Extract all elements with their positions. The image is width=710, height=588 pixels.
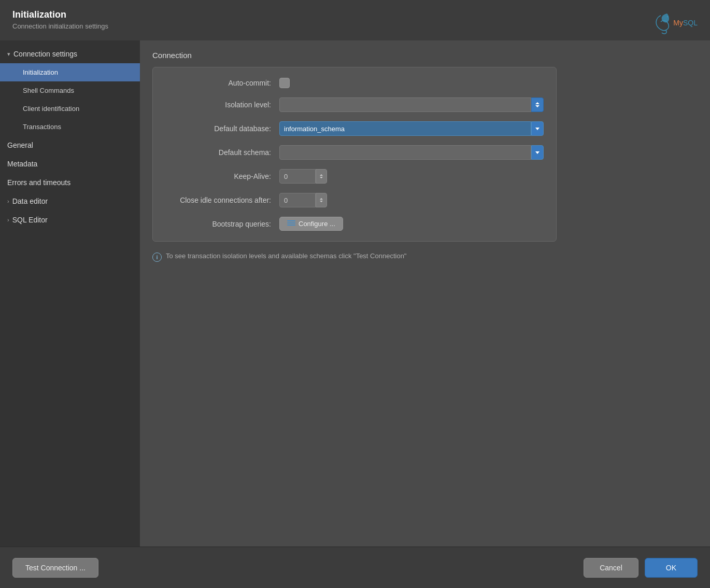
sidebar-item-label: General bbox=[7, 141, 33, 149]
close-idle-input[interactable] bbox=[279, 193, 316, 207]
close-idle-stepper-btn[interactable] bbox=[316, 193, 327, 207]
keep-alive-input[interactable] bbox=[279, 169, 316, 184]
sidebar-item-label: SQL Editor bbox=[12, 216, 48, 224]
sidebar-item-metadata[interactable]: Metadata bbox=[0, 155, 140, 173]
header: Initialization Connection initialization… bbox=[0, 0, 710, 40]
sidebar-item-errors-timeouts[interactable]: Errors and timeouts bbox=[0, 173, 140, 192]
main-area: ▾ Connection settings Initialization She… bbox=[0, 40, 710, 547]
config-line-2 bbox=[287, 222, 295, 223]
step-up-icon bbox=[320, 174, 323, 176]
keep-alive-stepper bbox=[279, 169, 327, 184]
sidebar-item-label: Metadata bbox=[7, 160, 37, 168]
dropdown-arrow-icon bbox=[535, 151, 539, 154]
info-icon: i bbox=[152, 253, 162, 262]
default-schema-label: Default schema: bbox=[165, 148, 279, 157]
sidebar-item-sql-editor[interactable]: › SQL Editor bbox=[0, 211, 140, 229]
sidebar-item-label: Initialization bbox=[23, 68, 58, 76]
content-area: Connection Auto-commit: Isolation level: bbox=[140, 40, 710, 547]
configure-btn-label: Configure ... bbox=[299, 220, 335, 228]
sidebar-item-initialization[interactable]: Initialization bbox=[0, 63, 140, 81]
section-title: Connection bbox=[152, 51, 698, 60]
connection-panel: Auto-commit: Isolation level: bbox=[152, 67, 557, 242]
header-left: Initialization Connection initialization… bbox=[12, 9, 108, 30]
default-schema-row: Default schema: bbox=[165, 145, 544, 160]
close-idle-label: Close idle connections after: bbox=[165, 196, 279, 204]
info-note-text: To see transaction isolation levels and … bbox=[166, 252, 406, 260]
default-database-label: Default database: bbox=[165, 124, 279, 133]
default-schema-select-wrapper bbox=[279, 145, 544, 160]
sidebar-item-label: Connection settings bbox=[13, 50, 77, 58]
step-down-icon bbox=[320, 177, 323, 178]
step-up-icon bbox=[320, 198, 323, 200]
sidebar-item-label: Transactions bbox=[23, 123, 61, 131]
autocommit-row: Auto-commit: bbox=[165, 78, 544, 88]
mysql-logo: MySQL bbox=[652, 11, 698, 34]
default-schema-input[interactable] bbox=[279, 145, 531, 160]
close-idle-row: Close idle connections after: bbox=[165, 193, 544, 207]
footer-right: Cancel OK bbox=[584, 558, 698, 578]
default-database-input[interactable] bbox=[279, 121, 531, 136]
keep-alive-stepper-btn[interactable] bbox=[316, 169, 327, 184]
info-note: i To see transaction isolation levels an… bbox=[152, 252, 557, 262]
sidebar-item-label: Shell Commands bbox=[23, 87, 74, 94]
config-line-3 bbox=[287, 225, 295, 226]
sidebar-item-shell-commands[interactable]: Shell Commands bbox=[0, 81, 140, 100]
bootstrap-queries-label: Bootstrap queries: bbox=[165, 220, 279, 228]
sidebar-item-connection-settings[interactable]: ▾ Connection settings bbox=[0, 45, 140, 63]
spinner-down-icon bbox=[535, 105, 539, 107]
page-title: Initialization bbox=[12, 9, 108, 20]
mysql-dolphin-icon bbox=[652, 11, 671, 34]
chevron-right-icon: › bbox=[7, 217, 9, 223]
chevron-right-icon: › bbox=[7, 198, 9, 204]
config-line-1 bbox=[287, 220, 295, 221]
autocommit-label: Auto-commit: bbox=[165, 79, 279, 87]
step-down-icon bbox=[320, 201, 323, 202]
chevron-down-icon: ▾ bbox=[7, 51, 10, 58]
sidebar-item-data-editor[interactable]: › Data editor bbox=[0, 192, 140, 211]
isolation-level-select[interactable] bbox=[279, 97, 531, 112]
isolation-level-select-wrapper bbox=[279, 97, 544, 112]
configure-icon bbox=[287, 220, 295, 228]
page-subtitle: Connection initialization settings bbox=[12, 22, 108, 30]
sidebar-item-transactions[interactable]: Transactions bbox=[0, 118, 140, 136]
autocommit-checkbox[interactable] bbox=[279, 78, 290, 88]
sidebar-item-label: Data editor bbox=[12, 197, 48, 205]
keep-alive-row: Keep-Alive: bbox=[165, 169, 544, 184]
mysql-my: My bbox=[673, 19, 683, 27]
sidebar-item-client-identification[interactable]: Client identification bbox=[0, 100, 140, 118]
sidebar-item-label: Client identification bbox=[23, 105, 79, 113]
cancel-button[interactable]: Cancel bbox=[584, 558, 638, 578]
test-connection-button[interactable]: Test Connection ... bbox=[12, 558, 98, 578]
spinner-up-icon bbox=[535, 102, 539, 104]
sidebar-item-label: Errors and timeouts bbox=[7, 178, 70, 187]
ok-button[interactable]: OK bbox=[645, 558, 698, 578]
footer: Test Connection ... Cancel OK bbox=[0, 547, 710, 588]
bootstrap-queries-row: Bootstrap queries: Configure ... bbox=[165, 217, 544, 231]
isolation-level-row: Isolation level: bbox=[165, 97, 544, 112]
sidebar-item-general[interactable]: General bbox=[0, 136, 140, 155]
isolation-level-spinner[interactable] bbox=[531, 97, 544, 112]
footer-left: Test Connection ... bbox=[12, 558, 98, 578]
default-database-dropdown-btn[interactable] bbox=[531, 121, 544, 136]
default-schema-dropdown-btn[interactable] bbox=[531, 145, 544, 160]
default-database-row: Default database: bbox=[165, 121, 544, 136]
close-idle-stepper bbox=[279, 193, 327, 207]
mysql-logo-text: MySQL bbox=[673, 19, 698, 27]
mysql-sql: SQL bbox=[683, 19, 698, 27]
default-database-select-wrapper bbox=[279, 121, 544, 136]
dropdown-arrow-icon bbox=[535, 128, 539, 130]
svg-point-0 bbox=[667, 16, 669, 18]
isolation-level-label: Isolation level: bbox=[165, 101, 279, 109]
configure-button[interactable]: Configure ... bbox=[279, 217, 343, 231]
sidebar: ▾ Connection settings Initialization She… bbox=[0, 40, 140, 547]
keep-alive-label: Keep-Alive: bbox=[165, 172, 279, 180]
